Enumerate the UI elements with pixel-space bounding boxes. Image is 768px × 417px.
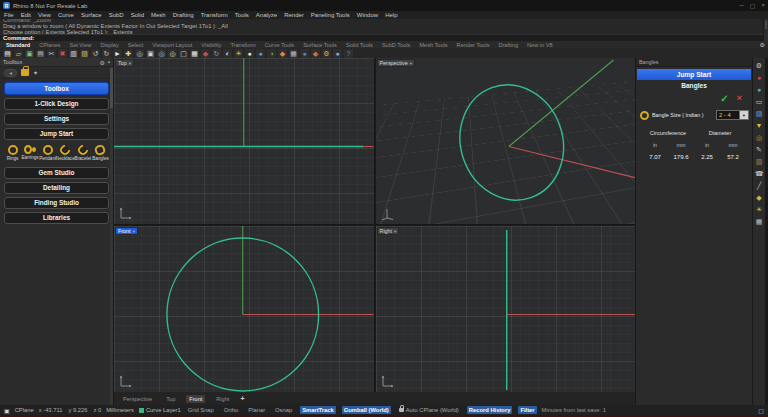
set-view-icon[interactable]: ◐ bbox=[223, 49, 232, 58]
menu-item[interactable]: Render bbox=[284, 11, 304, 19]
toolbox-button[interactable]: Toolbox bbox=[4, 82, 109, 95]
toolbox-nav-button[interactable]: Libraries bbox=[4, 212, 109, 224]
menu-item[interactable]: Solid bbox=[131, 11, 144, 19]
toolbar-tab[interactable]: Curve Tools bbox=[265, 42, 294, 48]
toolbar-tab[interactable]: Set View bbox=[69, 42, 91, 48]
zoom-extents-icon[interactable]: ▢ bbox=[179, 49, 188, 58]
undo-icon[interactable]: ↺ bbox=[91, 49, 100, 58]
redo-icon[interactable]: ↻ bbox=[102, 49, 111, 58]
menu-item[interactable]: Curve bbox=[58, 11, 74, 19]
confirm-check-button[interactable]: ✓ bbox=[720, 94, 728, 103]
join-icon[interactable]: ◆ bbox=[755, 193, 764, 202]
dropdown-arrow-icon[interactable]: ▾ bbox=[740, 110, 749, 120]
menu-item[interactable]: View bbox=[38, 11, 51, 19]
close-button[interactable]: × bbox=[761, 2, 765, 9]
toolbox-nav-button[interactable]: Finding Studio bbox=[4, 197, 109, 209]
filter-funnel-icon[interactable]: ▼ bbox=[755, 121, 764, 130]
zoom-dynamic-icon[interactable]: ◎ bbox=[157, 49, 166, 58]
help-icon[interactable]: ? bbox=[344, 49, 353, 58]
lock-icon[interactable] bbox=[21, 69, 29, 76]
toggle-grid-snap[interactable]: Grid Snap bbox=[186, 406, 216, 414]
viewport-tab[interactable]: Perspective bbox=[120, 395, 155, 403]
viewport-top-label[interactable]: Top▾ bbox=[115, 59, 134, 67]
toolbox-scrollbar[interactable] bbox=[110, 67, 113, 405]
category-bangles[interactable]: Bangles bbox=[92, 145, 109, 161]
menu-item[interactable]: Help bbox=[385, 11, 397, 19]
viewport-front-label[interactable]: Front▾ bbox=[115, 227, 138, 235]
menu-item[interactable]: Analyze bbox=[256, 11, 277, 19]
panel-gear-icon[interactable]: ⚙ bbox=[99, 59, 104, 66]
toggle-osnap[interactable]: Osnap bbox=[273, 406, 294, 414]
menu-item[interactable]: Surface bbox=[81, 11, 102, 19]
status-grid-icon[interactable]: ▣ bbox=[4, 407, 10, 414]
earth-icon[interactable]: ● bbox=[300, 49, 309, 58]
toggle-record-history[interactable]: Record History bbox=[467, 406, 513, 414]
viewport-right-label[interactable]: Right▾ bbox=[377, 227, 400, 235]
toggle-auto-cplane[interactable]: Auto CPlane (World) bbox=[397, 406, 461, 414]
draw-line-icon[interactable]: ╱ bbox=[755, 181, 764, 190]
wand-icon[interactable]: ✦ bbox=[33, 69, 38, 76]
toolbar-tab[interactable]: Transform bbox=[230, 42, 255, 48]
menu-item[interactable]: Edit bbox=[21, 11, 31, 19]
toolbar-tab[interactable]: Viewport Layout bbox=[152, 42, 192, 48]
toggle-planar[interactable]: Planar bbox=[246, 406, 267, 414]
toolbar-tab[interactable]: Standard bbox=[6, 42, 30, 48]
menu-item[interactable]: Tools bbox=[235, 11, 249, 19]
gear-icon[interactable]: ⚙ bbox=[755, 61, 764, 70]
toolbox-nav-button[interactable]: Detailing bbox=[4, 182, 109, 194]
color-sphere-icon[interactable]: ● bbox=[755, 85, 764, 94]
toolbar-tab[interactable]: Surface Tools bbox=[303, 42, 337, 48]
command-scrollbar[interactable] bbox=[763, 19, 768, 41]
pan-icon[interactable]: ✚ bbox=[124, 49, 133, 58]
toggle-ortho[interactable]: Ortho bbox=[222, 406, 241, 414]
category-earrings[interactable]: Earrings bbox=[22, 145, 39, 161]
viewport-right[interactable]: Right▾ bbox=[376, 226, 636, 392]
toolbar-tab[interactable]: Visibility bbox=[201, 42, 221, 48]
minimize-button[interactable]: ─ bbox=[740, 2, 744, 9]
render-preview-icon[interactable]: ◑ bbox=[267, 49, 276, 58]
bangles-panel-tab[interactable]: Bangles bbox=[636, 58, 752, 67]
viewport-layout-icon[interactable]: ▦ bbox=[190, 49, 199, 58]
repair-icon[interactable]: ◆ bbox=[311, 49, 320, 58]
display-icon[interactable]: ▭ bbox=[755, 97, 764, 106]
material-icon[interactable]: ◆ bbox=[278, 49, 287, 58]
add-viewport-tab-button[interactable]: + bbox=[240, 395, 244, 402]
toolbar-tab[interactable]: Display bbox=[100, 42, 118, 48]
open-file-icon[interactable]: ▱ bbox=[14, 49, 23, 58]
menu-item[interactable]: SubD bbox=[109, 11, 124, 19]
pen-icon[interactable]: ✎ bbox=[755, 145, 764, 154]
category-rings[interactable]: Rings bbox=[4, 145, 21, 161]
toolbar-tab[interactable]: Mesh Tools bbox=[419, 42, 447, 48]
toggle-smarttrack[interactable]: SmartTrack bbox=[300, 406, 336, 414]
back-icon[interactable]: ◄ bbox=[4, 69, 17, 77]
render-icon[interactable]: ● bbox=[256, 49, 265, 58]
toggle-gumball[interactable]: Gumball (World) bbox=[342, 406, 391, 414]
paste-icon[interactable]: ▨ bbox=[80, 49, 89, 58]
maximize-button[interactable]: ▢ bbox=[750, 2, 756, 9]
new-file-icon[interactable]: ▤ bbox=[3, 49, 12, 58]
print-icon[interactable]: ▤ bbox=[36, 49, 45, 58]
link-icon[interactable]: ◎ bbox=[755, 133, 764, 142]
menu-item[interactable]: Paneling Tools bbox=[311, 11, 350, 19]
viewport-tab[interactable]: Front bbox=[186, 395, 205, 403]
sun2-icon[interactable]: ☀ bbox=[755, 205, 764, 214]
toolbar-tab[interactable]: Drafting bbox=[498, 42, 518, 48]
panel-pin-icon[interactable]: ▪ bbox=[108, 59, 110, 66]
image-icon[interactable]: ▨ bbox=[755, 109, 764, 118]
toolbar-tab[interactable]: Solid Tools bbox=[346, 42, 373, 48]
lamp-icon[interactable]: ● bbox=[245, 49, 254, 58]
cut-icon[interactable]: ✂ bbox=[47, 49, 56, 58]
copy-icon[interactable]: ▥ bbox=[69, 49, 78, 58]
save-icon[interactable]: ▣ bbox=[25, 49, 34, 58]
toolbox-nav-button[interactable]: Jump Start bbox=[4, 128, 109, 140]
category-necklace[interactable]: Necklace bbox=[57, 145, 74, 161]
menu-item[interactable]: Mesh bbox=[151, 11, 166, 19]
toolbar-tab[interactable]: SubD Tools bbox=[382, 42, 411, 48]
toolbar-tab[interactable]: CPlanes bbox=[39, 42, 60, 48]
command-input[interactable]: Command: bbox=[0, 34, 768, 41]
viewport-front[interactable]: Front▾ bbox=[114, 226, 374, 392]
category-pendant[interactable]: Pendant bbox=[39, 145, 56, 161]
menu-item[interactable]: File bbox=[4, 11, 14, 19]
viewport-top[interactable]: Top▾ bbox=[114, 58, 374, 224]
select-cursor-icon[interactable]: ► bbox=[113, 49, 122, 58]
